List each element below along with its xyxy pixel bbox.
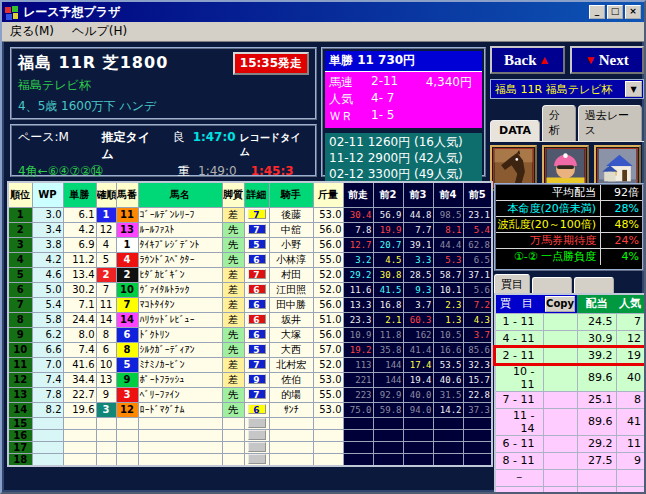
wide-payout-row: 02-12 3300円 (49人気) <box>329 166 478 182</box>
tansho-odds-cell: 6.9 <box>63 237 96 252</box>
prev-race-cell: 11.8 <box>373 327 403 342</box>
table-row[interactable]: 17 <box>8 441 492 453</box>
col-header-running-style: 脚質 <box>222 182 244 207</box>
table-row[interactable]: 23.44.21213ﾙｰﾙﾌｧｽﾄ先7中舘56.07.819.97.78.15… <box>8 222 492 237</box>
tab-analysis[interactable]: 分析 <box>542 105 576 141</box>
table-row[interactable]: 44.211.254ﾗｳﾝﾄﾞｽﾍﾟｸﾀｰ先6小林淳55.03.24.53.35… <box>8 252 492 267</box>
kaime-row[interactable]: 11 - 1489.641 <box>495 408 645 435</box>
table-row[interactable]: 15 <box>8 417 492 429</box>
prev-race-cell: 59.8 <box>373 402 403 417</box>
detail-button[interactable]: 6 <box>248 254 266 264</box>
table-row[interactable]: 75.47.1117ﾏｺﾄﾀｲﾀﾝ差6田中勝56.013.316.83.72.3… <box>8 297 492 312</box>
table-row[interactable]: 137.822.793ﾍﾞﾘｰﾌｧｲﾝ先7的場55.022392.940.031… <box>8 387 492 402</box>
umaban-cell: 4 <box>116 252 138 267</box>
table-row[interactable]: 117.041.6105ﾐﾅﾐﾉｶｰﾋﾞﾝ差7北村宏52.011314417.4… <box>8 357 492 372</box>
table-row[interactable]: 96.28.086ﾄﾞｸﾄﾘﾝ先6大塚56.010.911.816210.53.… <box>8 327 492 342</box>
kaime-row[interactable]: － <box>495 469 645 486</box>
kaime-row[interactable]: 1 - 1124.57 <box>495 313 645 330</box>
wp-cell <box>32 441 63 453</box>
detail-button[interactable] <box>248 418 266 428</box>
stats-panel: 平均配当92倍本命度(20倍未満)28%波乱度(20～100倍)48%万馬券期待… <box>494 183 644 271</box>
tab-data[interactable]: DATA <box>490 120 540 141</box>
prev-race-cell: 53.5 <box>433 357 463 372</box>
chevron-down-icon[interactable]: ▼ <box>625 81 642 97</box>
weight-cell <box>313 441 343 453</box>
table-row[interactable]: 127.434.4139ﾎﾟｰﾄﾌﾗｯｼｭ差9佐伯53.022114419.44… <box>8 372 492 387</box>
table-row[interactable]: 33.86.941ﾀｲｷﾌﾟﾚｼﾞﾃﾞﾝﾄ先5小野56.012.720.739.… <box>8 237 492 252</box>
detail-button[interactable] <box>248 454 266 464</box>
detail-cell: 6 <box>244 297 269 312</box>
detail-button[interactable] <box>248 430 266 440</box>
kaime-row[interactable]: 4 - 1130.912 <box>495 330 645 347</box>
detail-button[interactable]: 6 <box>248 314 266 324</box>
corner-order: 4角←⑥④⑦②⑭ <box>18 163 166 180</box>
table-row[interactable]: 65.030.2710ｳﾞｧｲﾀﾙﾄﾗｯｸ差6江田照52.011.641.59.… <box>8 282 492 297</box>
up-arrow-icon: ▲ <box>539 53 551 68</box>
kaime-row[interactable]: 10 - 1189.640 <box>495 364 645 391</box>
tansho-odds-cell <box>63 453 96 466</box>
detail-button[interactable]: 6 <box>248 329 266 339</box>
kaime-row[interactable]: 7 - 1125.18 <box>495 391 645 408</box>
detail-button[interactable]: 7 <box>248 359 266 369</box>
running-style-cell <box>222 453 244 466</box>
tab-kaime-blank-1[interactable] <box>532 277 572 294</box>
menu-back[interactable]: 戻る(M) <box>10 23 54 40</box>
table-row[interactable]: 54.613.422ﾋﾀﾞｶﾋﾞｷﾞﾝ差7村田52.029.230.828.55… <box>8 267 492 282</box>
detail-button[interactable]: 7 <box>248 389 266 399</box>
next-button[interactable]: ▼ Next <box>570 46 645 74</box>
minimize-button[interactable]: _ <box>589 5 605 19</box>
kaime-row[interactable]: － <box>495 486 645 494</box>
kakujun-cell <box>96 429 116 441</box>
detail-cell: 6 <box>244 252 269 267</box>
jockey-cell: 北村宏 <box>269 357 313 372</box>
col-header-rank: 順位 <box>8 182 32 207</box>
detail-button[interactable]: 7 <box>248 269 266 279</box>
table-row[interactable]: 148.219.6312ﾛｰﾄﾞﾏｸﾞﾅﾑ先6ｻﾝﾁ53.075.059.894… <box>8 402 492 417</box>
detail-button[interactable]: 5 <box>248 239 266 249</box>
detail-cell: 9 <box>244 372 269 387</box>
weight-cell: 53.0 <box>313 402 343 417</box>
next-button-label: Next <box>599 52 629 69</box>
col-header-horse-name[interactable]: 馬名 <box>138 182 222 207</box>
kaime-popularity-cell: 19 <box>616 347 645 364</box>
col-header-tansho[interactable]: 単勝 <box>63 182 96 207</box>
table-row[interactable]: 106.67.468ｼﾙｸｶﾞｰﾃﾞｨｱﾝ先5大西57.019.235.841.… <box>8 342 492 357</box>
detail-button[interactable]: 7 <box>248 224 266 234</box>
table-row[interactable]: 18 <box>8 453 492 466</box>
race-select-dropdown[interactable]: 福島 11R 福島テレビ杯 ▼ <box>490 79 644 99</box>
running-style-cell <box>222 429 244 441</box>
menu-help[interactable]: ヘルプ(H) <box>72 23 127 40</box>
detail-button[interactable]: 7 <box>248 209 266 219</box>
table-row[interactable]: 13.06.1111ｺﾞｰﾙﾃﾞﾝﾚﾘｰﾌ差7後藤53.030.456.944.… <box>8 207 492 222</box>
tansho-odds-cell: 13.4 <box>63 267 96 282</box>
prev-race-cell <box>373 453 403 466</box>
close-button[interactable]: × <box>625 5 641 19</box>
kaime-row[interactable]: 8 - 1127.59 <box>495 452 645 469</box>
detail-button[interactable]: 6 <box>248 404 266 414</box>
prev-race-cell: 23.1 <box>463 207 492 222</box>
table-row[interactable]: 85.824.41414ﾊﾘｳｯﾄﾞﾚﾋﾞｭｰ差6坂井51.023.32.160… <box>8 312 492 327</box>
col-header-jockey[interactable]: 騎手 <box>269 182 313 207</box>
prev-race-cell: 20.7 <box>373 237 403 252</box>
tab-kaime-blank-2[interactable] <box>574 277 614 294</box>
stat-label: 万馬券期待度 <box>496 233 600 248</box>
detail-button[interactable]: 9 <box>248 374 266 384</box>
col-header-detail[interactable]: 詳細 <box>244 182 269 207</box>
running-style-cell <box>222 417 244 429</box>
detail-button[interactable]: 6 <box>248 284 266 294</box>
back-button[interactable]: Back ▲ <box>490 46 565 74</box>
kaime-row-highlighted[interactable]: 2 - 1139.219 <box>495 347 645 364</box>
copy-button[interactable]: Copy <box>545 296 575 312</box>
running-style-cell: 差 <box>222 312 244 327</box>
detail-button[interactable] <box>248 442 266 452</box>
tab-kaime[interactable]: 買目 <box>494 274 530 294</box>
weight-cell: 55.0 <box>313 252 343 267</box>
table-row[interactable]: 16 <box>8 429 492 441</box>
kaime-row[interactable]: 6 - 1129.211 <box>495 435 645 452</box>
kakujun-cell: 9 <box>96 387 116 402</box>
maximize-button[interactable]: □ <box>607 5 623 19</box>
detail-button[interactable]: 6 <box>248 299 266 309</box>
umaban-cell: 12 <box>116 402 138 417</box>
tab-past-races[interactable]: 過去レース <box>578 105 642 141</box>
detail-button[interactable]: 5 <box>248 344 266 354</box>
